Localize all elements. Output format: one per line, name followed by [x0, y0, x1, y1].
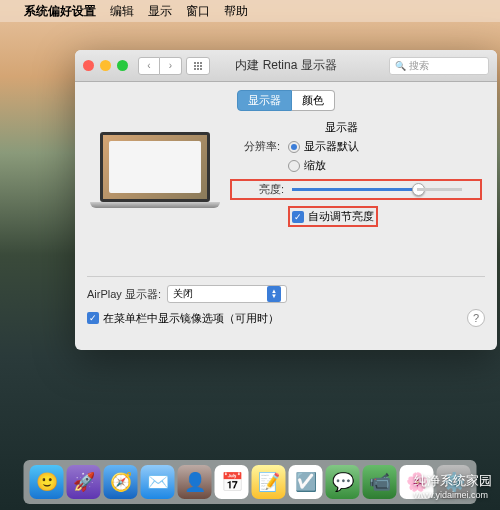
- menu-window[interactable]: 窗口: [186, 3, 210, 20]
- titlebar: ‹ › 内建 Retina 显示器 搜索: [75, 50, 497, 82]
- window-title: 内建 Retina 显示器: [235, 57, 336, 74]
- auto-brightness-checkbox[interactable]: ✓: [292, 211, 304, 223]
- dock-notes[interactable]: 📝: [252, 465, 286, 499]
- search-input[interactable]: 搜索: [389, 57, 489, 75]
- dock-finder[interactable]: 🙂: [30, 465, 64, 499]
- show-all-button[interactable]: [186, 57, 210, 75]
- display-thumbnail: [90, 132, 220, 222]
- radio-default-label: 显示器默认: [304, 139, 359, 154]
- airplay-label: AirPlay 显示器:: [87, 287, 161, 302]
- section-label: 显示器: [325, 120, 358, 135]
- brightness-label: 亮度:: [234, 182, 284, 197]
- dock-safari[interactable]: 🧭: [104, 465, 138, 499]
- close-button[interactable]: [83, 60, 94, 71]
- help-button[interactable]: ?: [467, 309, 485, 327]
- dock-facetime[interactable]: 📹: [363, 465, 397, 499]
- tab-color[interactable]: 颜色: [292, 90, 335, 111]
- tab-display[interactable]: 显示器: [237, 90, 292, 111]
- radio-scaled-label: 缩放: [304, 158, 326, 173]
- dock: 🙂🚀🧭✉️👤📅📝☑️💬📹🌸⚙️: [24, 460, 477, 504]
- brightness-slider[interactable]: [292, 188, 462, 191]
- menu-help[interactable]: 帮助: [224, 3, 248, 20]
- mirror-checkbox[interactable]: ✓: [87, 312, 99, 324]
- preferences-window: ‹ › 内建 Retina 显示器 搜索 显示器 颜色 显示器 分辨率: 显示器…: [75, 50, 497, 350]
- chevron-updown-icon: ▲▼: [267, 286, 281, 302]
- dock-mail[interactable]: ✉️: [141, 465, 175, 499]
- forward-button[interactable]: ›: [160, 57, 182, 75]
- zoom-button[interactable]: [117, 60, 128, 71]
- minimize-button[interactable]: [100, 60, 111, 71]
- back-button[interactable]: ‹: [138, 57, 160, 75]
- dock-launchpad[interactable]: 🚀: [67, 465, 101, 499]
- radio-scaled[interactable]: [288, 160, 300, 172]
- dock-contacts[interactable]: 👤: [178, 465, 212, 499]
- dock-reminders[interactable]: ☑️: [289, 465, 323, 499]
- menu-view[interactable]: 显示: [148, 3, 172, 20]
- brightness-row-highlight: 亮度:: [230, 179, 482, 200]
- mirror-label: 在菜单栏中显示镜像选项（可用时）: [103, 311, 279, 326]
- auto-brightness-highlight: ✓ 自动调节亮度: [288, 206, 378, 227]
- airplay-select[interactable]: 关闭 ▲▼: [167, 285, 287, 303]
- watermark: 纯净系统家园 www.yidaimei.com: [414, 472, 492, 500]
- dock-calendar[interactable]: 📅: [215, 465, 249, 499]
- menu-edit[interactable]: 编辑: [110, 3, 134, 20]
- dock-messages[interactable]: 💬: [326, 465, 360, 499]
- menubar: 系统偏好设置 编辑 显示 窗口 帮助: [0, 0, 500, 22]
- app-name[interactable]: 系统偏好设置: [24, 3, 96, 20]
- tabs: 显示器 颜色: [75, 82, 497, 115]
- radio-default[interactable]: [288, 141, 300, 153]
- auto-brightness-label: 自动调节亮度: [308, 209, 374, 224]
- slider-knob[interactable]: [412, 183, 425, 196]
- resolution-label: 分辨率:: [230, 139, 280, 154]
